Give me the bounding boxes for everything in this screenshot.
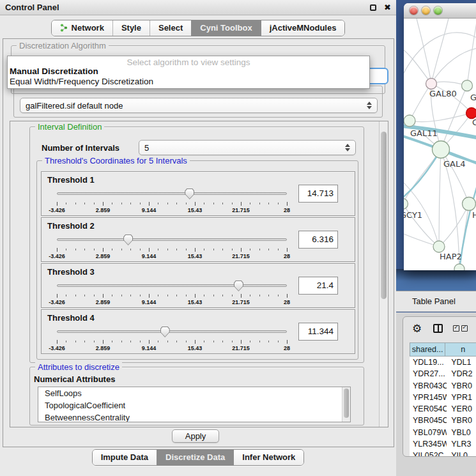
attributes-items: SelfLoopsTopologicalCoefficientBetweenne… [38, 387, 350, 422]
slider-track[interactable] [57, 238, 287, 241]
threshold-panel-2: Threshold 2-3.4262.8599.14415.4321.71528… [41, 217, 355, 262]
menu-item-equal-width-frequency[interactable]: Equal Width/Frequency Discretization [8, 77, 369, 87]
slider-track[interactable] [57, 284, 287, 287]
cell-shared-name: YBR045C [410, 415, 447, 426]
column-header-name[interactable]: n [445, 342, 476, 357]
threshold-slider[interactable]: -3.4262.8599.14415.4321.71528 [57, 326, 287, 353]
cell-name: YPR1 [447, 392, 476, 403]
stepper-arrows-icon [363, 102, 372, 109]
slider-track[interactable] [57, 330, 287, 333]
table-row[interactable]: YLR345WYLR3 [410, 438, 476, 450]
tab-label: Select [158, 23, 183, 33]
tab-jactivemnodules[interactable]: jActiveMNodules [261, 20, 345, 36]
cell-name: YDR2 [447, 368, 476, 380]
menu-item-manual-discretization[interactable]: Manual Discretization [8, 66, 369, 77]
table-row[interactable]: YDL19...YDL1 [410, 357, 476, 368]
table-row[interactable]: YPR145WYPR1 [410, 392, 476, 403]
close-traffic-light-icon[interactable] [410, 6, 418, 15]
threshold-label: Threshold 2 [47, 221, 95, 231]
cell-name: YBR0 [447, 380, 476, 392]
number-of-intervals-label: Number of Intervals [42, 143, 119, 153]
scale-label: -3.426 [49, 207, 65, 213]
scale-label: 28 [284, 299, 290, 305]
scale-label: 9.144 [142, 253, 157, 259]
tab-discretize-data[interactable]: Discretize Data [157, 450, 233, 465]
control-tabs: NetworkStyleSelectCyni ToolboxjActiveMNo… [51, 20, 346, 36]
list-item[interactable]: BetweennessCentrality [38, 411, 350, 422]
node-label-gal80: GAL80 [429, 89, 457, 98]
tab-cyni-toolbox[interactable]: Cyni Toolbox [191, 20, 260, 36]
threshold-value-field[interactable]: 21.4 [298, 277, 338, 295]
threshold-value-field[interactable]: 6.316 [298, 231, 338, 249]
table-header-row: shared... n [410, 342, 476, 357]
scale-label: 2.859 [96, 345, 111, 351]
tab-infer-network[interactable]: Infer Network [233, 450, 303, 465]
cell-shared-name: YIL052C [410, 450, 447, 456]
threshold-label: Threshold 1 [47, 175, 95, 185]
tab-impute-data[interactable]: Impute Data [93, 450, 157, 465]
attributes-scrollbar[interactable] [342, 387, 350, 422]
minimize-traffic-light-icon[interactable] [422, 6, 430, 15]
cell-name: YBR0 [447, 415, 476, 426]
close-icon[interactable]: ✖ [384, 4, 391, 11]
table-row[interactable]: YDR27...YDR2 [410, 368, 476, 380]
threshold-value-field[interactable]: 11.344 [298, 323, 338, 341]
tab-label: Impute Data [101, 452, 148, 462]
threshold-slider[interactable]: -3.4262.8599.14415.4321.71528 [57, 280, 287, 307]
list-item[interactable]: TopologicalCoefficient [38, 399, 350, 411]
threshold-slider[interactable]: -3.4262.8599.14415.4321.71528 [57, 234, 287, 261]
checkbox-icon[interactable] [461, 325, 468, 332]
cyni-toolbox-panel: Discretization Algorithm Select algorith… [3, 38, 394, 447]
tab-style[interactable]: Style [112, 20, 150, 36]
list-item[interactable]: SelfLoops [38, 387, 350, 399]
node-gal80 [426, 79, 437, 89]
float-window-icon[interactable] [370, 4, 376, 11]
threshold-panel-3: Threshold 3-3.4262.8599.14415.4321.71528… [41, 263, 355, 308]
scale-label: 21.715 [232, 253, 250, 259]
columns-icon[interactable] [433, 324, 443, 333]
algorithm-dropdown-popup: Select algorithm to view settings Manual… [7, 56, 370, 89]
table-data-selected: galFiltered.sif default node [26, 101, 123, 111]
settings-scrollpane: Interval Definition Number of Intervals … [10, 121, 388, 427]
column-header-shared-name[interactable]: shared... [410, 342, 445, 357]
table-row[interactable]: YBR045CYBR0 [410, 415, 476, 426]
zoom-traffic-light-icon[interactable] [434, 6, 442, 15]
node-h [463, 197, 476, 211]
table-row[interactable]: YIL052CYIL0 [410, 450, 476, 456]
table-data-combobox[interactable]: galFiltered.sif default node [20, 98, 378, 113]
tab-network[interactable]: Network [52, 20, 112, 36]
desktop-shadow-band [396, 269, 476, 291]
scale-label: 9.144 [142, 345, 157, 351]
apply-button[interactable]: Apply [172, 429, 219, 443]
threshold-value-field[interactable]: 14.713 [298, 185, 338, 203]
scale-label: 28 [284, 345, 290, 351]
table-row[interactable]: YBR043CYBR0 [410, 380, 476, 392]
number-of-intervals-combobox[interactable]: 5 [139, 140, 356, 155]
table-row[interactable]: YER054CYER0 [410, 403, 476, 415]
node-hap2 [433, 241, 445, 252]
slider-scale-labels: -3.4262.8599.14415.4321.71528 [57, 299, 287, 306]
slider-track[interactable] [57, 192, 287, 195]
settings-vertical-scrollbar[interactable] [379, 121, 388, 427]
scale-label: 15.43 [188, 207, 203, 213]
group-label: Attributes to discretize [35, 362, 122, 372]
slider-thumb[interactable] [185, 188, 194, 199]
slider-thumb[interactable] [123, 234, 133, 245]
cell-name: YER0 [447, 403, 476, 415]
table-row[interactable]: YBL079WYBL0 [410, 427, 476, 438]
slider-thumb[interactable] [234, 280, 243, 291]
checkbox-icon[interactable] [453, 325, 459, 332]
threshold-slider[interactable]: -3.4262.8599.14415.4321.71528 [57, 188, 287, 215]
cell-shared-name: YDL19... [410, 357, 447, 368]
node-gcy1 [404, 199, 408, 210]
cell-name: YBL0 [447, 427, 476, 438]
tab-select[interactable]: Select [150, 20, 191, 36]
network-canvas[interactable]: GAL80 G GAL11 C GAL4 GCY1 H HAP2 [404, 19, 476, 270]
scale-label: 21.715 [232, 345, 250, 351]
scale-label: 28 [284, 207, 290, 213]
gear-icon[interactable]: ⚙ [412, 322, 422, 335]
slider-thumb[interactable] [160, 326, 170, 337]
scale-label: 2.859 [96, 207, 111, 213]
scale-label: 2.859 [96, 299, 111, 305]
select-columns-icons[interactable] [453, 325, 468, 332]
